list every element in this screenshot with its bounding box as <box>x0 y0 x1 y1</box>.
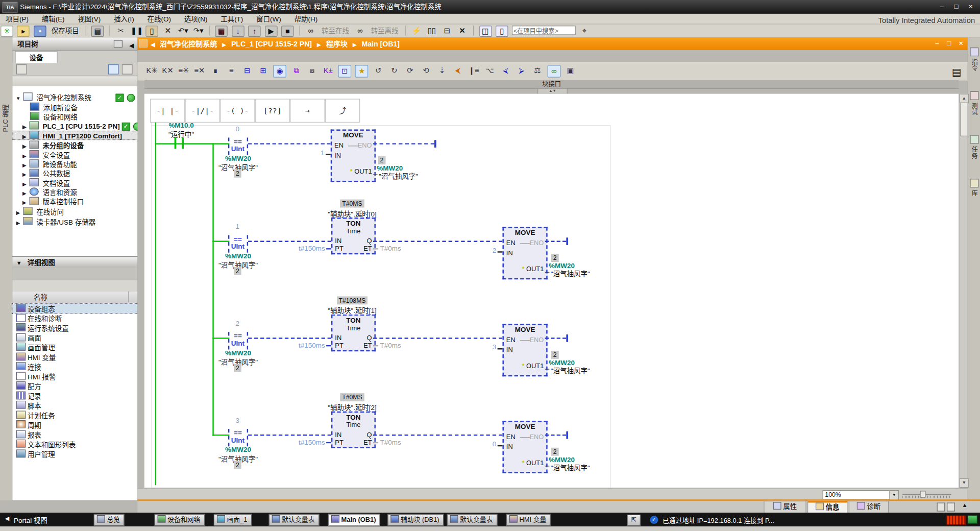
detail-item-logs[interactable]: 记录 <box>12 392 137 401</box>
window-split-horizontal-icon[interactable]: ⊟ <box>442 26 453 36</box>
collapse-panel-icon[interactable]: ◀ <box>130 39 134 52</box>
tab-instructions[interactable]: 指令 <box>968 47 980 73</box>
list-view-icon[interactable] <box>108 64 119 75</box>
zoom-level-select[interactable]: 100% <box>822 490 892 499</box>
go-online-goggles-icon[interactable]: ∞ <box>305 26 316 36</box>
editor-vertical-scrollbar[interactable]: ▲ ▼ <box>959 94 967 488</box>
tree-item-project-root[interactable]: ▼ 沼气净化控制系统 ✓ <box>12 92 140 102</box>
paste-icon[interactable]: ▯ <box>145 26 158 37</box>
start-cpu-icon[interactable]: ▶ <box>265 26 277 37</box>
editor-settings-icon[interactable]: ▤ <box>952 66 962 78</box>
tree-item-version-control[interactable]: ▶ 版本控制接口 <box>12 197 146 206</box>
detail-item-online-diagnostics[interactable]: 在线和诊断 <box>12 314 137 323</box>
tree-item-plc1[interactable]: ▶ PLC_1 [CPU 1515-2 PN] ✓ <box>12 122 146 131</box>
dock-panel-icon[interactable] <box>947 502 955 511</box>
menu-project[interactable]: 项目(P) <box>0 14 34 24</box>
expander-icon[interactable]: ▶ <box>15 218 21 227</box>
snapshot-icon[interactable]: ▣ <box>565 65 576 76</box>
insert-box-icon[interactable]: ⧉ <box>290 65 302 76</box>
maximize-button[interactable]: □ <box>949 2 963 12</box>
breadcrumb-program-blocks[interactable]: 程序块 <box>326 40 348 47</box>
palette-close-branch-button[interactable]: ⤴ <box>325 99 360 123</box>
print-icon[interactable]: ▤ <box>91 26 104 37</box>
detail-view-header[interactable]: ▼ 详细视图 <box>12 256 137 269</box>
palette-empty-box-button[interactable]: [??] <box>255 99 290 123</box>
configure-networks-icon[interactable] <box>16 64 27 75</box>
cmp-operand[interactable]: %MW20 <box>212 154 264 162</box>
tree-item-card-reader[interactable]: ▶ 读卡器/USB 存储器 <box>12 217 140 226</box>
window-split-vertical-icon[interactable]: ▯▯ <box>426 26 437 36</box>
menu-tools[interactable]: 工具(T) <box>215 14 249 24</box>
insert-network-icon[interactable]: K✳ <box>146 65 158 76</box>
float-panel-icon[interactable] <box>937 502 945 511</box>
absolute-operands-icon[interactable]: ⊡ <box>338 65 351 77</box>
editor-maximize-icon[interactable]: □ <box>944 39 954 48</box>
menu-edit[interactable]: 编辑(E) <box>36 14 70 24</box>
menu-options[interactable]: 选项(N) <box>179 14 213 24</box>
taskbar-hmi-tags-button[interactable]: HMI 变量 <box>506 514 551 526</box>
move-block[interactable]: MOVE EN ENO IN * OUT1 <box>331 129 376 182</box>
insert-operand-icon[interactable]: ⧇ <box>306 65 318 76</box>
move-block[interactable]: MOVE EN ENO IN * OUT1 <box>502 324 547 376</box>
detail-item-recipes[interactable]: 配方 <box>12 381 137 391</box>
contact-symbol[interactable] <box>175 137 177 149</box>
detail-item-user-administration[interactable]: 用户管理 <box>12 449 137 458</box>
zoom-slider-track[interactable] <box>902 494 951 495</box>
delete-row-icon[interactable]: ≡✕ <box>193 65 205 76</box>
move-block[interactable]: MOVE EN ENO IN * OUT1 <box>502 227 547 279</box>
tree-item-doc-settings[interactable]: ▶ 文档设置 <box>12 178 146 187</box>
portal-view-button[interactable]: Portal 视图 <box>14 515 47 525</box>
project-search-input[interactable] <box>511 26 575 35</box>
lock-icon[interactable]: ∎ <box>210 65 222 76</box>
expander-icon[interactable]: ▶ <box>21 132 28 141</box>
detail-item-cycles[interactable]: 周期 <box>12 420 137 429</box>
taskbar-main-ob1-button[interactable]: Main (OB1) <box>328 514 380 526</box>
cascade-windows-icon[interactable]: ▯ <box>496 26 508 37</box>
breadcrumb-project[interactable]: 沼气净化控制系统 <box>160 40 217 47</box>
undo-icon[interactable]: ↶▾ <box>178 26 189 36</box>
ton-timer-block[interactable]: TON Time IN Q PT ET <box>331 412 376 448</box>
collapse-inspector-icon[interactable]: ▲ <box>962 502 968 508</box>
taskbar-overview-button[interactable]: 总览 <box>94 514 125 526</box>
close-button[interactable]: × <box>964 2 977 12</box>
download-to-device-icon[interactable]: ↓ <box>232 26 244 37</box>
tab-plc-programming[interactable]: PLC 编程 <box>0 93 11 143</box>
ton-timer-block[interactable]: TON Time IN Q PT ET <box>331 218 376 254</box>
detail-item-screen-management[interactable]: 画面管理 <box>12 343 137 352</box>
minimize-button[interactable]: – <box>935 2 949 12</box>
copy-icon[interactable]: ❚❚ <box>130 26 141 36</box>
palette-open-branch-button[interactable]: → <box>290 99 325 123</box>
jump-back-icon[interactable]: ⮜ <box>452 65 463 76</box>
tree-item-common-data[interactable]: ▶ 公共数据 <box>12 169 146 178</box>
consistency-check-icon[interactable]: ⇣ <box>436 65 448 76</box>
taskbar-screen1-button[interactable]: 画面_1 <box>214 514 252 526</box>
tree-item-languages[interactable]: ▶ 语言和资源 <box>12 187 146 197</box>
block-interface-bar[interactable]: 块接口 <box>144 80 959 89</box>
contact-operand[interactable]: %M10.0 <box>156 122 206 129</box>
go-offline-goggles-icon[interactable]: ∞ <box>354 26 365 36</box>
detail-item-hmi-tags[interactable]: HMI 变量 <box>12 353 137 362</box>
detail-item-text-graphic-lists[interactable]: 文本和图形列表 <box>12 440 137 449</box>
collapse-networks-icon[interactable]: ⊞ <box>257 65 269 76</box>
compile-icon[interactable]: ▦ <box>215 26 228 37</box>
palette-no-contact-button[interactable]: -| |- <box>150 99 185 123</box>
breadcrumb-main-ob1[interactable]: Main [OB1] <box>362 40 400 47</box>
detail-item-screens[interactable]: 画面 <box>12 333 137 343</box>
detail-item-reports[interactable]: 报表 <box>12 430 137 439</box>
update-inconsistent-calls-icon[interactable]: ⟳ <box>404 65 416 76</box>
tab-devices[interactable]: 设备 <box>15 51 57 63</box>
cut-icon[interactable]: ✂ <box>115 26 127 36</box>
expander-icon[interactable]: ▶ <box>15 208 21 218</box>
auto-collapse-icon[interactable] <box>114 40 122 47</box>
new-project-icon[interactable]: ✳ <box>1 26 13 37</box>
timer-pt-value[interactable]: t#150ms <box>282 245 325 252</box>
detail-item-connections[interactable]: 连接 <box>12 362 137 371</box>
menu-help[interactable]: 帮助(H) <box>289 14 324 24</box>
ton-timer-block[interactable]: TON Time IN Q PT ET <box>331 315 376 351</box>
detail-item-scripts[interactable]: 脚本 <box>12 401 137 410</box>
upload-from-device-icon[interactable]: ↑ <box>248 26 260 37</box>
editor-minimize-icon[interactable]: – <box>932 39 943 48</box>
redo-icon[interactable]: ↷▾ <box>193 26 204 36</box>
scroll-up-icon[interactable]: ▲ <box>960 94 969 103</box>
tile-windows-icon[interactable]: ◫ <box>479 26 492 37</box>
